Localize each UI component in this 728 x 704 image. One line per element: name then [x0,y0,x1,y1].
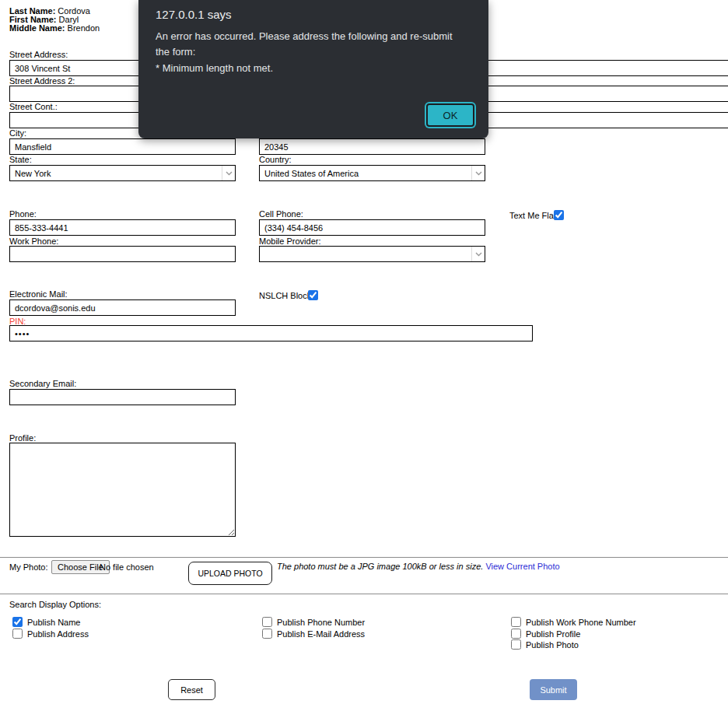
middle-name-line: Middle Name: Brendon [9,23,100,33]
city-label: City: [9,128,26,138]
photo-note: The photo must be a JPG image 100kB or l… [277,562,560,571]
alert-dialog: 127.0.0.1 says An error has occurred. Pl… [138,0,488,138]
zip-input[interactable] [259,138,485,155]
photo-note-text: The photo must be a JPG image 100kB or l… [277,562,483,571]
publish-phone-number-checkbox[interactable] [262,617,272,627]
view-current-photo-link[interactable]: View Current Photo [485,562,559,571]
phone-label: Phone: [9,209,37,219]
student-profile-form-page: Last Name: Cordova First Name: Daryl Mid… [0,0,728,704]
publish-photo-label: Publish Photo [526,640,579,650]
cell-phone-input[interactable] [259,219,485,236]
publish-work-phone-number-label: Publish Work Phone Number [526,618,636,627]
publish-email-address-checkbox[interactable] [262,629,272,639]
reset-button[interactable]: Reset [168,679,215,700]
search-display-options-label: Search Display Options: [9,600,101,609]
phone-input[interactable] [9,219,236,236]
state-label: State: [9,155,32,164]
secondary-email-input[interactable] [9,389,236,405]
electronic-mail-label: Electronic Mail: [9,289,68,299]
work-phone-label: Work Phone: [9,236,58,246]
publish-name-checkbox[interactable] [12,617,23,627]
publish-photo-checkbox[interactable] [511,639,521,650]
publish-phone-number-label: Publish Phone Number [277,618,365,627]
publish-profile-label: Publish Profile [526,629,580,639]
country-select-wrap: United States of America [259,165,485,181]
alert-dialog-detail: * Minimum length not met. [156,61,468,76]
street-cont-label: Street Cont.: [9,102,58,111]
publish-name-label: Publish Name [27,618,80,627]
divider [0,594,728,594]
divider [0,557,728,558]
upload-photo-button[interactable]: UPLOAD PHOTO [188,562,272,585]
alert-dialog-message: An error has occurred. Please address th… [156,29,468,60]
no-file-chosen-text: No file chosen [100,562,154,572]
nslch-block-checkbox[interactable] [308,290,318,300]
publish-address-checkbox[interactable] [12,629,23,639]
profile-textarea[interactable] [9,443,236,537]
mobile-provider-select[interactable] [259,246,485,262]
profile-label: Profile: [9,433,36,443]
alert-ok-button[interactable]: OK [426,103,474,127]
electronic-mail-input[interactable] [9,299,236,316]
publish-profile-checkbox[interactable] [511,629,521,639]
text-me-flag-checkbox[interactable] [554,210,564,220]
mobile-provider-select-wrap [259,246,485,262]
publish-address-label: Publish Address [27,629,89,639]
work-phone-input[interactable] [9,246,236,262]
pin-input[interactable] [9,325,533,341]
middle-name-value: Brendon [68,23,100,33]
middle-name-label: Middle Name: [9,23,65,33]
country-select[interactable]: United States of America [259,165,485,181]
submit-button[interactable]: Submit [530,679,577,700]
publish-email-address-label: Publish E-Mail Address [277,629,365,639]
country-label: Country: [259,155,292,164]
cell-phone-label: Cell Phone: [259,209,303,219]
my-photo-label: My Photo: [9,562,48,572]
city-input[interactable] [9,138,236,155]
alert-dialog-title: 127.0.0.1 says [156,8,232,21]
street-address2-label: Street Address 2: [9,76,75,86]
publish-work-phone-number-checkbox[interactable] [511,617,521,627]
street-address-label: Street Address: [9,50,68,59]
mobile-provider-label: Mobile Provider: [259,236,320,246]
secondary-email-label: Secondary Email: [9,379,76,388]
state-select[interactable]: New York [9,165,236,181]
state-select-wrap: New York [9,165,236,181]
nslch-block-label: NSLCH Block: [259,291,313,300]
